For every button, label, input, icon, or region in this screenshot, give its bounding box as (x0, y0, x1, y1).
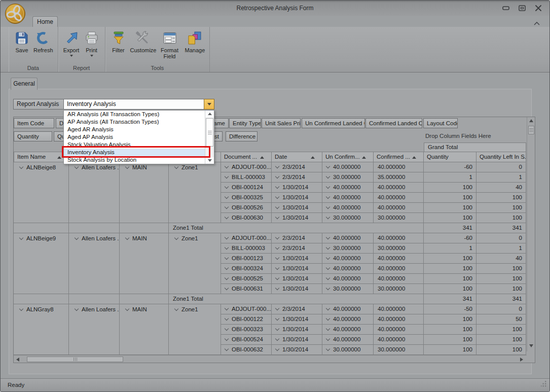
collapse-chevron-icon[interactable] (326, 266, 330, 270)
collapse-chevron-icon[interactable] (19, 236, 23, 240)
column-header-confirmed[interactable]: Confirmed ... (374, 152, 424, 162)
collapse-chevron-icon[interactable] (326, 306, 330, 310)
field-chip-entity-type[interactable]: Entity Type (229, 118, 261, 128)
collapse-chevron-icon[interactable] (225, 266, 229, 270)
restore-icon[interactable] (518, 5, 526, 12)
collapse-chevron-icon[interactable] (225, 327, 229, 331)
collapse-chevron-icon[interactable] (326, 337, 330, 341)
ribbon-filter-button[interactable]: Filter (108, 28, 129, 53)
collapse-chevron-icon[interactable] (326, 316, 330, 320)
collapse-chevron-icon[interactable] (326, 256, 330, 260)
field-chip-layout-code[interactable]: Layout Code (423, 118, 458, 128)
collapse-chevron-icon[interactable] (125, 236, 129, 240)
collapse-chevron-icon[interactable] (326, 174, 330, 179)
dropdown-option-ap-analysis-all-transaction-types[interactable]: AP Analysis (All Transaction Types) (64, 118, 205, 126)
collapse-chevron-icon[interactable] (225, 235, 229, 239)
collapse-chevron-icon[interactable] (275, 327, 279, 331)
collapse-chevron-icon[interactable] (326, 164, 330, 168)
dropdown-option-aged-ar-analysis[interactable]: Aged AR Analysis (64, 126, 205, 133)
report-analysis-combobox[interactable]: Inventory Analysis (63, 99, 204, 110)
collapse-chevron-icon[interactable] (326, 185, 330, 189)
collapse-chevron-icon[interactable] (326, 327, 330, 331)
collapse-chevron-icon[interactable] (225, 174, 229, 179)
collapse-chevron-icon[interactable] (225, 164, 229, 168)
column-header-item-name[interactable]: Item Name (14, 152, 69, 162)
collapse-chevron-icon[interactable] (225, 195, 229, 199)
collapse-chevron-icon[interactable] (275, 195, 279, 199)
collapse-chevron-icon[interactable] (275, 316, 279, 320)
collapse-chevron-icon[interactable] (275, 337, 279, 341)
dropdown-option-stock-valuation-analysis[interactable]: Stock Valuation Analysis (64, 141, 205, 149)
collapse-chevron-icon[interactable] (275, 174, 279, 179)
collapse-chevron-icon[interactable] (275, 286, 279, 290)
collapse-chevron-icon[interactable] (19, 307, 23, 311)
collapse-chevron-icon[interactable] (275, 215, 279, 219)
field-chip-difference[interactable]: Difference (226, 131, 258, 141)
tab-general[interactable]: General (11, 78, 38, 90)
collapse-chevron-icon[interactable] (225, 337, 229, 341)
scroll-left-icon[interactable] (16, 358, 19, 362)
collapse-chevron-icon[interactable] (125, 165, 129, 169)
field-chip-un-confirmed-landed-cost[interactable]: Un Confirmed Landed Cost (302, 118, 365, 128)
collapse-chevron-icon[interactable] (326, 215, 330, 219)
column-header-date[interactable]: Date (272, 152, 322, 162)
collapse-chevron-icon[interactable] (75, 307, 79, 311)
field-chip-quantity[interactable]: Quantity (14, 131, 52, 141)
column-header-unconfirmed[interactable]: Un Confirm... (322, 152, 374, 162)
popup-scroll-up-icon[interactable] (205, 111, 214, 117)
tab-home[interactable]: Home (32, 16, 58, 27)
collapse-chevron-icon[interactable] (75, 236, 79, 240)
collapse-chevron-icon[interactable] (326, 235, 330, 239)
application-button[interactable] (5, 3, 26, 24)
drop-column-fields-zone[interactable]: Drop Column Fields Here (425, 133, 491, 139)
minimize-icon[interactable] (502, 5, 510, 12)
column-header-document[interactable]: Document ... (221, 152, 272, 162)
collapse-chevron-icon[interactable] (275, 266, 279, 270)
scroll-down-icon[interactable] (529, 344, 533, 347)
collapse-chevron-icon[interactable] (225, 316, 229, 320)
collapse-chevron-icon[interactable] (275, 235, 279, 239)
vertical-scrollbar[interactable] (527, 117, 535, 351)
vertical-scroll-thumb[interactable] (528, 126, 534, 134)
ribbon-format-field-button[interactable]: Format Field (156, 28, 184, 59)
column-header-quantity[interactable]: Quantity (424, 152, 476, 162)
ribbon-manage-button[interactable]: Manage (184, 28, 207, 53)
collapse-chevron-icon[interactable] (125, 307, 129, 311)
collapse-chevron-icon[interactable] (174, 236, 178, 240)
popup-scroll-thumb[interactable] (206, 118, 213, 147)
collapse-chevron-icon[interactable] (225, 276, 229, 280)
field-chip-unit-sales-price[interactable]: Unit Sales Price (262, 118, 301, 128)
collapse-chevron-icon[interactable] (225, 256, 229, 260)
collapse-chevron-icon[interactable] (275, 185, 279, 189)
collapse-chevron-icon[interactable] (225, 286, 229, 290)
collapse-chevron-icon[interactable] (275, 256, 279, 260)
collapse-chevron-icon[interactable] (75, 165, 79, 169)
collapse-chevron-icon[interactable] (326, 195, 330, 199)
ribbon-export-button[interactable]: Export (61, 28, 82, 57)
collapse-chevron-icon[interactable] (174, 165, 178, 169)
horizontal-scrollbar[interactable] (14, 355, 527, 363)
collapse-chevron-icon[interactable] (275, 205, 279, 209)
collapse-chevron-icon[interactable] (275, 245, 279, 250)
report-analysis-dropdown-button[interactable] (204, 99, 214, 110)
collapse-chevron-icon[interactable] (326, 245, 330, 250)
collapse-chevron-icon[interactable] (225, 347, 229, 351)
collapse-chevron-icon[interactable] (326, 205, 330, 209)
collapse-chevron-icon[interactable] (326, 286, 330, 290)
collapse-chevron-icon[interactable] (225, 306, 229, 310)
collapse-chevron-icon[interactable] (19, 165, 23, 169)
collapse-chevron-icon[interactable] (275, 306, 279, 310)
collapse-chevron-icon[interactable] (174, 307, 178, 311)
dropdown-option-inventory-analysis[interactable]: Inventory Analysis (64, 149, 205, 156)
collapse-chevron-icon[interactable] (275, 276, 279, 280)
field-chip-item-code[interactable]: Item Code (14, 118, 54, 128)
collapse-chevron-icon[interactable] (225, 245, 229, 250)
ribbon-refresh-button[interactable]: Refresh (32, 28, 55, 53)
dropdown-option-ar-analysis-all-transaction-types[interactable]: AR Analysis (All Transaction Types) (64, 111, 205, 118)
dropdown-option-stock-analysis-by-location[interactable]: Stock Analysis by Location (64, 156, 205, 164)
collapse-chevron-icon[interactable] (225, 185, 229, 189)
horizontal-scroll-thumb[interactable] (27, 357, 123, 362)
popup-scrollbar[interactable] (205, 111, 214, 164)
collapse-chevron-icon[interactable] (275, 164, 279, 168)
resize-grip[interactable] (541, 380, 547, 389)
